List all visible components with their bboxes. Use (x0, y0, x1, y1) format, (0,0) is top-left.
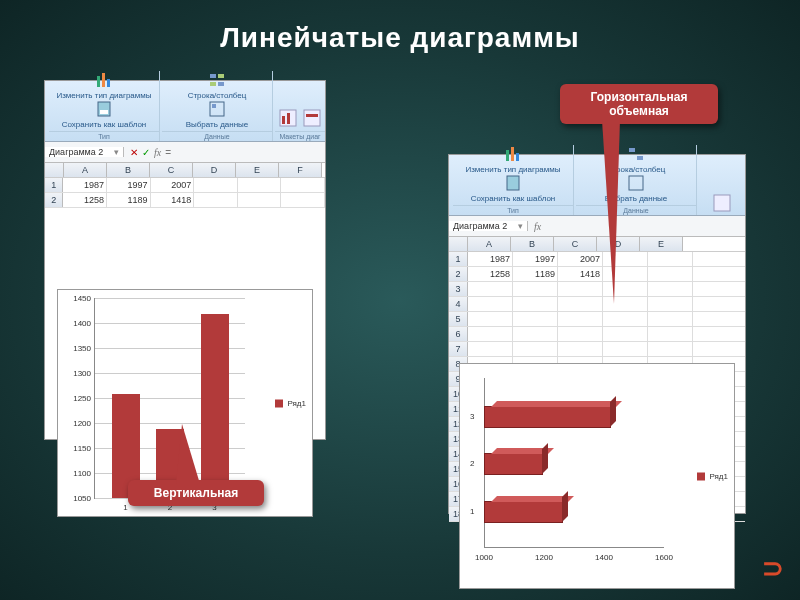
svg-rect-6 (218, 74, 224, 78)
ribbon: Изменить тип диаграммы Сохранить как шаб… (45, 81, 325, 142)
name-box-row: Диаграмма 2▾ ✕✓fx= (45, 142, 325, 163)
svg-rect-20 (629, 148, 635, 152)
svg-rect-0 (97, 76, 100, 87)
ribbon: Изменить тип диаграммы Сохранить как шаб… (449, 155, 745, 216)
svg-rect-12 (282, 116, 285, 124)
svg-rect-23 (714, 195, 730, 211)
svg-rect-5 (210, 74, 216, 78)
next-slide-icon[interactable]: ⊃ (762, 553, 784, 584)
chart-legend: Ряд1 (697, 472, 728, 481)
plot-area: 1000120014001600123 (484, 378, 664, 548)
formula-bar[interactable]: ✕✓fx= (124, 147, 325, 158)
layout-1-button[interactable] (279, 109, 297, 129)
svg-rect-17 (511, 147, 514, 161)
callout-vertical: Вертикальная (128, 480, 264, 506)
svg-rect-10 (212, 104, 216, 108)
excel-panel-vertical: Изменить тип диаграммы Сохранить как шаб… (44, 80, 326, 440)
layout-button[interactable] (713, 194, 731, 214)
select-data-button[interactable]: Выбрать данные (186, 100, 249, 129)
callout-horizontal-3d: Горизонтальная объемная (560, 84, 718, 124)
svg-rect-13 (287, 113, 290, 124)
switch-row-col-button[interactable]: Строка/столбец (188, 71, 247, 100)
excel-panel-horizontal: Изменить тип диаграммы Сохранить как шаб… (448, 154, 746, 514)
plot-area: 105011001150120012501300135014001450123 (94, 298, 245, 499)
formula-bar[interactable]: fx (528, 221, 745, 232)
svg-rect-16 (506, 150, 509, 161)
horizontal-3d-bar-chart[interactable]: 1000120014001600123 Ряд1 (459, 363, 735, 589)
svg-rect-22 (629, 176, 643, 190)
name-box[interactable]: Диаграмма 2▾ (45, 147, 124, 157)
sheet-grid[interactable]: ABCDEF 1198719972007 2125811891418 10501… (45, 163, 325, 208)
save-template-button[interactable]: Сохранить как шаблон (471, 174, 556, 203)
svg-rect-1 (102, 73, 105, 87)
name-box[interactable]: Диаграмма 2▾ (449, 221, 528, 231)
svg-rect-14 (304, 110, 320, 126)
chart-legend: Ряд1 (275, 399, 306, 408)
svg-rect-21 (637, 156, 643, 160)
svg-rect-7 (210, 82, 216, 86)
svg-rect-2 (107, 79, 110, 87)
svg-rect-18 (516, 153, 519, 161)
svg-rect-4 (100, 110, 108, 114)
save-template-button[interactable]: Сохранить как шаблон (62, 100, 147, 129)
svg-rect-19 (507, 176, 519, 190)
change-type-button[interactable]: Изменить тип диаграммы (56, 71, 151, 100)
sheet-grid[interactable]: ABCDE 1198719972007 2125811891418 3 4567… (449, 237, 745, 522)
slide-title: Линейчатые диаграммы (0, 0, 800, 54)
change-type-button[interactable]: Изменить тип диаграммы (465, 145, 560, 174)
layout-2-button[interactable] (303, 109, 321, 129)
svg-rect-15 (306, 114, 318, 117)
svg-rect-8 (218, 82, 224, 86)
name-box-row: Диаграмма 2▾ fx (449, 216, 745, 237)
